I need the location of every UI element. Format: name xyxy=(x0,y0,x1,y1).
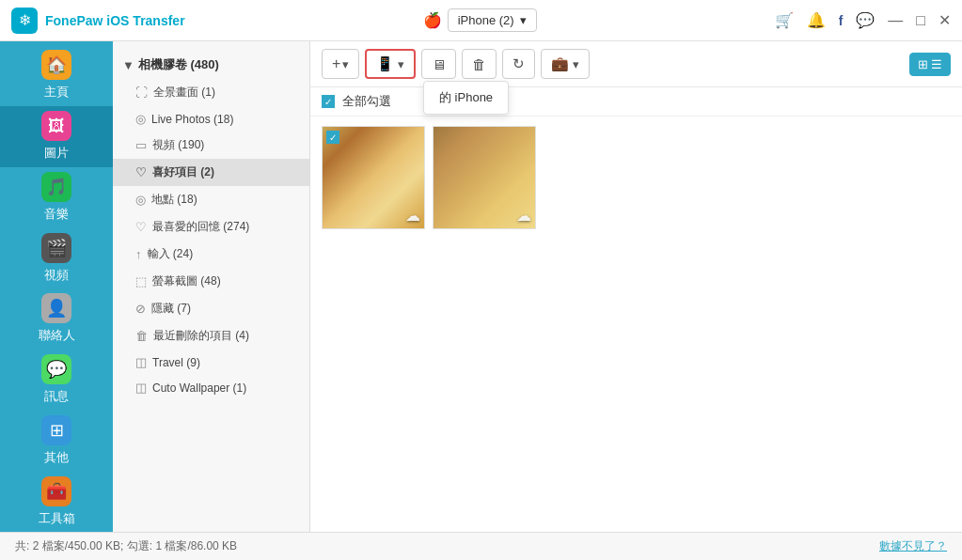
grid-icon: ⊞ xyxy=(918,57,928,71)
tree-item-travel[interactable]: ◫ Travel (9) xyxy=(113,350,309,375)
add-arrow-icon: ▾ xyxy=(342,57,349,71)
more-arrow-icon: ▾ xyxy=(573,57,579,71)
content-area: + ▾ 📱 ▾ 🖥 🗑 ↻ 💼 ▾ xyxy=(310,41,962,532)
tree-item-hidden[interactable]: ⊘ 隱藏 (7) xyxy=(113,295,309,322)
bell-icon[interactable]: 🔔 xyxy=(807,11,826,29)
iphone-tooltip: 的 iPhone xyxy=(423,81,509,115)
sidebar-label-tools: 工具箱 xyxy=(39,510,75,527)
other-icon: ⊞ xyxy=(41,415,71,445)
photos-icon: 🖼 xyxy=(41,111,71,141)
list-icon: ☰ xyxy=(931,57,942,71)
sidebar: 🏠 主頁 🖼 圖片 🎵 音樂 🎬 視頻 👤 聯絡人 💬 訊息 ⊞ 其他 🧰 xyxy=(0,41,113,532)
to-pc-button[interactable]: 🖥 xyxy=(421,49,456,79)
maximize-icon[interactable]: □ xyxy=(916,12,925,29)
video-tree-icon: ▭ xyxy=(135,138,147,152)
tree-item-panorama[interactable]: ⛶ 全景畫面 (1) xyxy=(113,79,309,106)
tree-item-places[interactable]: ◎ 地點 (18) xyxy=(113,186,309,213)
sidebar-label-messages: 訊息 xyxy=(44,388,69,405)
cuto-icon: ◫ xyxy=(135,381,147,395)
statusbar-help[interactable]: 數據不見了？ xyxy=(879,538,947,554)
sidebar-item-contacts[interactable]: 👤 聯絡人 xyxy=(0,288,113,350)
sidebar-label-photos: 圖片 xyxy=(44,145,69,162)
grid-view-button[interactable]: ⊞ ☰ xyxy=(909,53,951,76)
delete-icon: 🗑 xyxy=(472,56,486,72)
filetree-header-label: 相機膠卷 (480) xyxy=(138,56,219,73)
grid-toggle: ⊞ ☰ xyxy=(909,53,951,76)
tree-collapse-arrow[interactable]: ▼ xyxy=(122,58,134,72)
titlebar-left: ❄ FonePaw iOS Transfer xyxy=(11,8,185,34)
titlebar-right: 🛒 🔔 f 💬 — □ ✕ xyxy=(775,11,951,29)
sidebar-item-tools[interactable]: 🧰 工具箱 xyxy=(0,471,113,532)
app-logo: ❄ xyxy=(11,8,38,34)
sidebar-item-messages[interactable]: 💬 訊息 xyxy=(0,350,113,411)
select-all-row: ✓ 全部勾選 xyxy=(310,87,962,117)
sidebar-item-other[interactable]: ⊞ 其他 xyxy=(0,411,113,472)
panorama-icon: ⛶ xyxy=(135,86,148,100)
places-icon: ◎ xyxy=(135,193,146,207)
sidebar-item-music[interactable]: 🎵 音樂 xyxy=(0,167,113,228)
imports-icon: ↑ xyxy=(135,247,142,261)
iphone-transfer-icon: 📱 xyxy=(376,55,394,72)
livephotos-icon: ◎ xyxy=(135,112,146,126)
music-icon: 🎵 xyxy=(41,172,71,202)
tree-item-imports[interactable]: ↑ 輸入 (24) xyxy=(113,241,309,268)
photo-checkbox-1[interactable]: ✓ xyxy=(326,131,339,144)
tree-item-screenshots[interactable]: ⬚ 螢幕截圖 (48) xyxy=(113,268,309,295)
photo-thumb-2[interactable]: ☁ xyxy=(433,126,536,229)
cart-icon[interactable]: 🛒 xyxy=(775,11,794,29)
memories-icon: ♡ xyxy=(135,220,147,234)
refresh-button[interactable]: ↻ xyxy=(502,49,535,79)
briefcase-icon: 💼 xyxy=(551,55,569,72)
device-name: iPhone (2) xyxy=(458,13,514,27)
chat-icon[interactable]: 💬 xyxy=(856,11,875,29)
sidebar-item-home[interactable]: 🏠 主頁 xyxy=(0,45,113,106)
sidebar-label-contacts: 聯絡人 xyxy=(39,327,75,344)
photo-thumb-1[interactable]: ✓ ☁ xyxy=(322,126,425,229)
delete-button[interactable]: 🗑 xyxy=(462,49,497,79)
favorites-icon: ♡ xyxy=(135,165,147,179)
sidebar-label-other: 其他 xyxy=(44,449,69,466)
iphone-arrow-icon: ▾ xyxy=(398,57,404,71)
tree-item-recently-deleted[interactable]: 🗑 最近刪除的項目 (4) xyxy=(113,322,309,350)
tree-item-memories[interactable]: ♡ 最喜愛的回憶 (274) xyxy=(113,213,309,241)
travel-icon: ◫ xyxy=(135,355,147,369)
titlebar: ❄ FonePaw iOS Transfer 🍎 iPhone (2) ▾ 🛒 … xyxy=(0,0,962,41)
to-iphone-button[interactable]: 📱 ▾ xyxy=(365,49,416,79)
sidebar-label-home: 主頁 xyxy=(44,84,69,101)
close-icon[interactable]: ✕ xyxy=(938,11,951,29)
sidebar-item-photos[interactable]: 🖼 圖片 xyxy=(0,106,113,167)
filetree-header: ▼ 相機膠卷 (480) xyxy=(113,51,309,79)
minimize-icon[interactable]: — xyxy=(888,12,903,29)
tree-item-favorites[interactable]: ♡ 喜好項目 (2) xyxy=(113,159,309,186)
facebook-icon[interactable]: f xyxy=(839,13,844,28)
more-button[interactable]: 💼 ▾ xyxy=(541,49,590,79)
messages-icon: 💬 xyxy=(41,354,71,384)
photos-grid: ✓ ☁ ☁ xyxy=(310,117,962,532)
tools-icon: 🧰 xyxy=(41,476,71,506)
video-icon: 🎬 xyxy=(41,233,71,263)
sidebar-label-music: 音樂 xyxy=(44,206,69,223)
statusbar-info: 共: 2 檔案/450.00 KB; 勾選: 1 檔案/86.00 KB xyxy=(15,538,237,554)
sidebar-item-video[interactable]: 🎬 視頻 xyxy=(0,227,113,288)
hidden-icon: ⊘ xyxy=(135,302,146,316)
toolbar: + ▾ 📱 ▾ 🖥 🗑 ↻ 💼 ▾ xyxy=(310,41,962,87)
tree-item-cuto[interactable]: ◫ Cuto Wallpaper (1) xyxy=(113,375,309,400)
tree-item-livephotos[interactable]: ◎ Live Photos (18) xyxy=(113,106,309,132)
cloud-icon-1: ☁ xyxy=(405,207,420,225)
deleted-icon: 🗑 xyxy=(135,329,148,343)
select-all-checkbox[interactable]: ✓ xyxy=(322,95,335,108)
cloud-icon-2: ☁ xyxy=(516,207,531,225)
device-dropdown[interactable]: iPhone (2) ▾ xyxy=(448,8,537,32)
screenshots-icon: ⬚ xyxy=(135,274,147,288)
main-area: 🏠 主頁 🖼 圖片 🎵 音樂 🎬 視頻 👤 聯絡人 💬 訊息 ⊞ 其他 🧰 xyxy=(0,41,962,532)
contacts-icon: 👤 xyxy=(41,293,71,323)
filetree: ▼ 相機膠卷 (480) ⛶ 全景畫面 (1) ◎ Live Photos (1… xyxy=(113,41,310,532)
home-icon: 🏠 xyxy=(41,50,71,80)
refresh-icon: ↻ xyxy=(513,55,525,72)
tree-item-video[interactable]: ▭ 視頻 (190) xyxy=(113,132,309,159)
select-all-label: 全部勾選 xyxy=(342,93,391,110)
app-name: FonePaw iOS Transfer xyxy=(45,13,185,28)
titlebar-center: 🍎 iPhone (2) ▾ xyxy=(423,8,537,32)
add-button[interactable]: + ▾ xyxy=(322,49,359,79)
tooltip-text: 的 iPhone xyxy=(439,90,493,104)
